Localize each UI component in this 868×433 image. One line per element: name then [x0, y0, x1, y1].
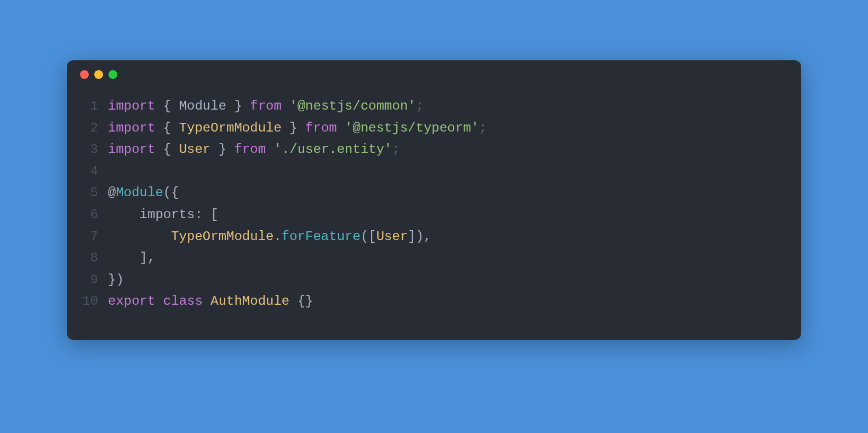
code-line[interactable]: 6 imports: [ — [67, 204, 801, 226]
code-token — [171, 142, 179, 157]
code-token: User — [179, 142, 211, 157]
code-token: ], — [108, 250, 155, 265]
minimize-icon[interactable] — [94, 70, 103, 79]
line-number: 10 — [67, 290, 108, 312]
code-token: : [ — [195, 207, 218, 222]
code-line[interactable]: 9}) — [67, 269, 801, 291]
code-token — [203, 294, 210, 309]
line-content[interactable]: imports: [ — [108, 204, 219, 226]
code-token — [226, 142, 234, 157]
line-content[interactable]: ], — [108, 247, 155, 269]
code-token: import — [108, 142, 155, 157]
editor-window: 1import { Module } from '@nestjs/common'… — [67, 60, 801, 340]
code-token — [155, 294, 163, 309]
code-token — [210, 142, 218, 157]
code-token — [155, 99, 163, 113]
line-number: 2 — [67, 117, 108, 139]
code-token: imports — [108, 207, 195, 222]
code-token: ({ — [163, 185, 179, 200]
line-number: 9 — [67, 269, 108, 291]
code-token: TypeOrmModule — [179, 121, 282, 135]
code-token — [337, 121, 345, 135]
code-token — [289, 294, 297, 309]
code-token: ; — [416, 99, 424, 113]
code-token: AuthModule — [210, 294, 289, 309]
line-number: 4 — [67, 161, 108, 183]
line-number: 3 — [67, 139, 108, 161]
code-token: Module — [116, 185, 163, 200]
code-line[interactable]: 1import { Module } from '@nestjs/common'… — [67, 95, 801, 117]
line-content[interactable]: import { User } from './user.entity'; — [108, 139, 400, 161]
code-line[interactable]: 3import { User } from './user.entity'; — [67, 139, 801, 161]
line-content[interactable]: import { Module } from '@nestjs/common'; — [108, 95, 424, 117]
code-token: '@nestjs/common' — [289, 99, 415, 113]
code-token — [155, 142, 163, 157]
code-token: } — [219, 142, 226, 157]
code-token: } — [289, 121, 297, 135]
code-token — [155, 121, 163, 135]
code-token — [298, 121, 305, 135]
code-token — [282, 99, 289, 113]
code-token: forFeature — [282, 229, 361, 244]
line-number: 5 — [67, 182, 108, 204]
code-token: . — [273, 229, 281, 244]
code-token: }) — [108, 272, 124, 287]
code-token: ]), — [408, 229, 431, 244]
line-number: 7 — [67, 226, 108, 248]
code-token: class — [163, 294, 203, 309]
window-titlebar — [67, 60, 801, 79]
code-line[interactable]: 7 TypeOrmModule.forFeature([User]), — [67, 226, 801, 248]
line-content[interactable]: TypeOrmModule.forFeature([User]), — [108, 226, 432, 248]
code-token: User — [376, 229, 408, 244]
code-token: TypeOrmModule — [171, 229, 273, 244]
line-content[interactable]: export class AuthModule {} — [108, 290, 313, 312]
line-content[interactable]: }) — [108, 269, 124, 291]
code-token: './user.entity' — [273, 142, 392, 157]
code-token: from — [250, 99, 282, 113]
code-token: ; — [392, 142, 400, 157]
code-line[interactable]: 4 — [67, 161, 801, 183]
code-token — [171, 121, 179, 135]
close-icon[interactable] — [80, 70, 89, 79]
line-content[interactable]: import { TypeOrmModule } from '@nestjs/t… — [108, 117, 487, 139]
code-token: } — [234, 99, 242, 113]
code-token: ; — [479, 121, 487, 135]
code-token — [108, 229, 171, 244]
line-number: 8 — [67, 247, 108, 269]
code-token: from — [234, 142, 266, 157]
code-token: import — [108, 121, 155, 135]
code-line[interactable]: 10export class AuthModule {} — [67, 290, 801, 312]
code-token: '@nestjs/typeorm' — [345, 121, 479, 135]
code-token: from — [305, 121, 337, 135]
code-line[interactable]: 5@Module({ — [67, 182, 801, 204]
code-token: ([ — [361, 229, 376, 244]
code-token: import — [108, 99, 155, 113]
code-token — [282, 121, 289, 135]
code-token: Module — [171, 99, 234, 113]
code-editor[interactable]: 1import { Module } from '@nestjs/common'… — [67, 79, 801, 312]
code-line[interactable]: 2import { TypeOrmModule } from '@nestjs/… — [67, 117, 801, 139]
line-content[interactable]: @Module({ — [108, 182, 179, 204]
code-token: export — [108, 294, 155, 309]
code-token: { — [163, 99, 171, 113]
maximize-icon[interactable] — [108, 70, 117, 79]
code-token — [266, 142, 273, 157]
code-token: { — [163, 121, 171, 135]
code-token: { — [163, 142, 171, 157]
code-token: {} — [298, 294, 313, 309]
code-token: @ — [108, 185, 116, 200]
code-line[interactable]: 8 ], — [67, 247, 801, 269]
line-number: 6 — [67, 204, 108, 226]
code-token — [242, 99, 250, 113]
line-number: 1 — [67, 95, 108, 117]
